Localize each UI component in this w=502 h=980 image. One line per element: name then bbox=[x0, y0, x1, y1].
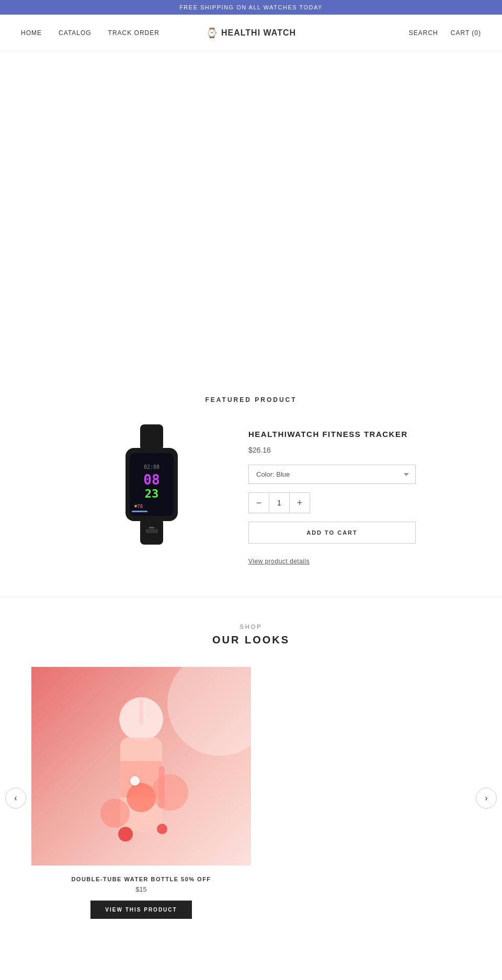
featured-label: FEATURED PRODUCT bbox=[31, 396, 471, 403]
fitness-tracker-image: 02:08 08 23 ♥78 bbox=[110, 424, 193, 545]
nav-links-left: HOME CATALOG TRACK ORDER bbox=[21, 29, 159, 37]
quantity-increase-button[interactable]: + bbox=[290, 493, 310, 513]
nav-home[interactable]: HOME bbox=[21, 29, 42, 37]
view-product-button-0[interactable]: VIEW THIS PRODUCT bbox=[90, 901, 191, 919]
nav-search[interactable]: SEARCH bbox=[409, 29, 438, 37]
carousel-next-button[interactable]: › bbox=[476, 788, 497, 809]
hero-section bbox=[0, 51, 502, 375]
carousel-item-empty bbox=[251, 667, 471, 929]
promo-text: FREE SHIPPING ON ALL WATCHES TODAY bbox=[179, 4, 323, 10]
product-card-price-0: $15 bbox=[40, 885, 243, 893]
nav-track-order[interactable]: TRACK ORDER bbox=[108, 29, 159, 37]
nav-links-right: SEARCH CART (0) bbox=[409, 29, 481, 37]
shop-section: SHOP OUR LOOKS ‹ bbox=[0, 597, 502, 929]
product-card-0: DOUBLE-TUBE WATER BOTTLE 50% OFF $15 VIE… bbox=[31, 667, 251, 929]
logo-text: HEALTHi WATCH bbox=[221, 28, 296, 38]
featured-section: FEATURED PRODUCT 02:08 08 23 ♥78 bbox=[0, 375, 502, 597]
product-price: $26.16 bbox=[248, 446, 416, 454]
logo-icon: ⌚ bbox=[206, 27, 218, 39]
water-bottle-illustration bbox=[89, 688, 193, 855]
add-to-cart-button[interactable]: ADD TO CART bbox=[248, 522, 416, 544]
chevron-right-icon: › bbox=[485, 793, 487, 803]
product-card-info-0: DOUBLE-TUBE WATER BOTTLE 50% OFF $15 VIE… bbox=[31, 866, 251, 929]
svg-point-20 bbox=[152, 774, 188, 811]
carousel-content: DOUBLE-TUBE WATER BOTTLE 50% OFF $15 VIE… bbox=[31, 667, 471, 929]
product-card-name-0: DOUBLE-TUBE WATER BOTTLE 50% OFF bbox=[40, 876, 243, 882]
carousel-prev-button[interactable]: ‹ bbox=[5, 788, 26, 809]
color-select[interactable]: Color: Blue Black Red Pink bbox=[248, 465, 416, 484]
site-logo[interactable]: ⌚ HEALTHi WATCH bbox=[206, 27, 296, 39]
svg-point-21 bbox=[100, 799, 130, 828]
svg-rect-9 bbox=[145, 529, 158, 533]
svg-point-18 bbox=[118, 827, 133, 841]
nav-catalog[interactable]: CATALOG bbox=[59, 29, 92, 37]
svg-point-15 bbox=[132, 788, 151, 807]
product-image-wrap: 02:08 08 23 ♥78 bbox=[86, 424, 217, 545]
svg-rect-10 bbox=[149, 527, 154, 528]
shop-label: SHOP bbox=[0, 624, 502, 630]
svg-text:02:08: 02:08 bbox=[144, 464, 159, 470]
product-carousel: ‹ bbox=[0, 667, 502, 929]
product-details: HEALTHIWATCH FITNESS TRACKER $26.16 Colo… bbox=[248, 424, 416, 566]
svg-rect-17 bbox=[139, 698, 143, 724]
svg-text:08: 08 bbox=[143, 472, 159, 488]
quantity-decrease-button[interactable]: − bbox=[249, 493, 269, 513]
quantity-selector: − 1 + bbox=[248, 492, 310, 513]
bottle-scene bbox=[31, 667, 251, 866]
quantity-value: 1 bbox=[269, 493, 290, 513]
chevron-left-icon: ‹ bbox=[14, 793, 17, 803]
svg-rect-0 bbox=[140, 424, 163, 451]
nav-cart[interactable]: CART (0) bbox=[451, 29, 481, 37]
svg-rect-7 bbox=[132, 511, 147, 512]
featured-product: 02:08 08 23 ♥78 HEALTHIWATCH FITNESS TRA… bbox=[31, 424, 471, 566]
svg-text:23: 23 bbox=[145, 487, 159, 500]
promo-banner: FREE SHIPPING ON ALL WATCHES TODAY bbox=[0, 0, 502, 15]
main-nav: HOME CATALOG TRACK ORDER ⌚ HEALTHi WATCH… bbox=[0, 15, 502, 51]
svg-point-19 bbox=[157, 824, 167, 834]
product-hotspot[interactable] bbox=[130, 776, 140, 786]
product-title: HEALTHIWATCH FITNESS TRACKER bbox=[248, 430, 416, 439]
product-image-0 bbox=[31, 667, 251, 866]
view-details-link[interactable]: View product details bbox=[248, 558, 310, 565]
shop-title: OUR LOOKS bbox=[0, 634, 502, 646]
svg-text:♥78: ♥78 bbox=[134, 504, 143, 509]
